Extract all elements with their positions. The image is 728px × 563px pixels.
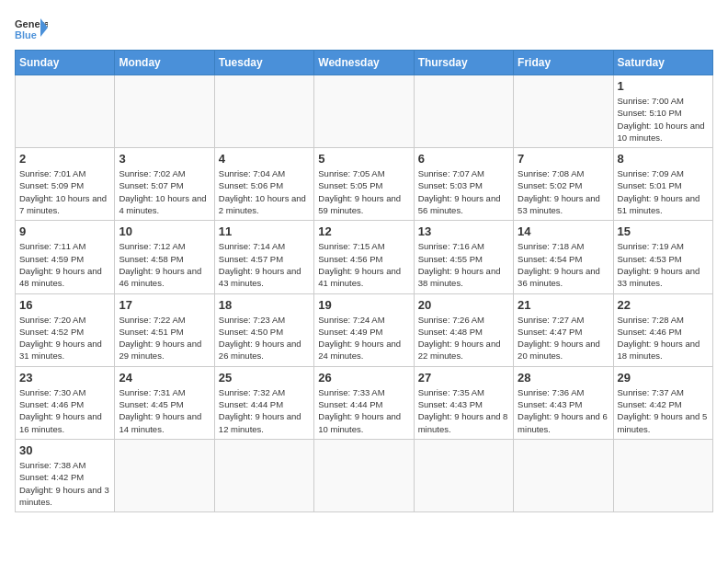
calendar-cell: 23Sunrise: 7:30 AMSunset: 4:46 PMDayligh… (16, 366, 115, 439)
day-info: Sunrise: 7:02 AMSunset: 5:07 PMDaylight:… (119, 167, 210, 216)
day-number: 27 (418, 371, 509, 385)
day-number: 13 (418, 224, 509, 238)
day-info: Sunrise: 7:36 AMSunset: 4:43 PMDaylight:… (518, 386, 609, 435)
calendar-cell (314, 75, 414, 148)
calendar-cell (514, 75, 613, 148)
day-number: 1 (618, 79, 709, 93)
day-number: 5 (318, 152, 409, 166)
calendar-cell: 12Sunrise: 7:15 AMSunset: 4:56 PMDayligh… (314, 221, 414, 293)
col-wednesday: Wednesday (314, 51, 414, 75)
day-info: Sunrise: 7:19 AMSunset: 4:53 PMDaylight:… (618, 240, 709, 289)
day-info: Sunrise: 7:18 AMSunset: 4:54 PMDaylight:… (518, 240, 609, 289)
calendar-cell: 6Sunrise: 7:07 AMSunset: 5:03 PMDaylight… (414, 148, 513, 221)
day-number: 30 (19, 443, 110, 457)
day-info: Sunrise: 7:15 AMSunset: 4:56 PMDaylight:… (318, 240, 409, 289)
day-number: 2 (19, 152, 110, 166)
day-number: 8 (618, 152, 709, 166)
calendar-cell (613, 439, 712, 511)
day-number: 9 (19, 224, 110, 238)
day-info: Sunrise: 7:26 AMSunset: 4:48 PMDaylight:… (418, 314, 509, 362)
calendar-cell: 1Sunrise: 7:00 AMSunset: 5:10 PMDaylight… (613, 75, 712, 148)
col-monday: Monday (115, 51, 214, 75)
day-number: 4 (219, 152, 310, 166)
col-thursday: Thursday (414, 51, 513, 75)
calendar-week-row: 1Sunrise: 7:00 AMSunset: 5:10 PMDaylight… (16, 75, 713, 148)
calendar-table: Sunday Monday Tuesday Wednesday Thursday… (15, 50, 713, 512)
calendar-cell (214, 439, 313, 511)
calendar-cell (414, 75, 513, 148)
day-info: Sunrise: 7:23 AMSunset: 4:50 PMDaylight:… (219, 314, 310, 362)
calendar-cell: 25Sunrise: 7:32 AMSunset: 4:44 PMDayligh… (214, 366, 313, 439)
day-info: Sunrise: 7:01 AMSunset: 5:09 PMDaylight:… (19, 167, 110, 216)
day-info: Sunrise: 7:16 AMSunset: 4:55 PMDaylight:… (418, 240, 509, 289)
day-info: Sunrise: 7:33 AMSunset: 4:44 PMDaylight:… (318, 386, 409, 435)
calendar-cell: 24Sunrise: 7:31 AMSunset: 4:45 PMDayligh… (115, 366, 214, 439)
day-number: 28 (518, 371, 609, 385)
day-number: 26 (318, 371, 409, 385)
calendar-cell: 3Sunrise: 7:02 AMSunset: 5:07 PMDaylight… (115, 148, 214, 221)
svg-text:Blue: Blue (15, 29, 37, 40)
calendar-cell: 15Sunrise: 7:19 AMSunset: 4:53 PMDayligh… (613, 221, 712, 293)
calendar-cell: 14Sunrise: 7:18 AMSunset: 4:54 PMDayligh… (514, 221, 613, 293)
calendar-cell: 10Sunrise: 7:12 AMSunset: 4:58 PMDayligh… (115, 221, 214, 293)
calendar-cell: 22Sunrise: 7:28 AMSunset: 4:46 PMDayligh… (613, 293, 712, 366)
day-info: Sunrise: 7:27 AMSunset: 4:47 PMDaylight:… (518, 314, 609, 362)
day-info: Sunrise: 7:38 AMSunset: 4:42 PMDaylight:… (19, 459, 110, 508)
day-number: 7 (518, 152, 609, 166)
day-info: Sunrise: 7:22 AMSunset: 4:51 PMDaylight:… (119, 314, 210, 362)
day-number: 11 (219, 224, 310, 238)
calendar-cell (16, 75, 115, 148)
day-info: Sunrise: 7:28 AMSunset: 4:46 PMDaylight:… (618, 314, 709, 362)
col-tuesday: Tuesday (214, 51, 313, 75)
calendar-cell: 19Sunrise: 7:24 AMSunset: 4:49 PMDayligh… (314, 293, 414, 366)
page-header: General Blue (15, 15, 713, 40)
calendar-cell: 20Sunrise: 7:26 AMSunset: 4:48 PMDayligh… (414, 293, 513, 366)
day-info: Sunrise: 7:14 AMSunset: 4:57 PMDaylight:… (219, 240, 310, 289)
day-info: Sunrise: 7:04 AMSunset: 5:06 PMDaylight:… (219, 167, 310, 216)
calendar-cell: 21Sunrise: 7:27 AMSunset: 4:47 PMDayligh… (514, 293, 613, 366)
day-info: Sunrise: 7:05 AMSunset: 5:05 PMDaylight:… (318, 167, 409, 216)
calendar-week-row: 30Sunrise: 7:38 AMSunset: 4:42 PMDayligh… (16, 439, 713, 511)
day-info: Sunrise: 7:12 AMSunset: 4:58 PMDaylight:… (119, 240, 210, 289)
calendar-cell: 7Sunrise: 7:08 AMSunset: 5:02 PMDaylight… (514, 148, 613, 221)
logo-icon: General Blue (15, 15, 48, 40)
logo: General Blue (15, 15, 48, 40)
day-number: 12 (318, 224, 409, 238)
calendar-cell: 5Sunrise: 7:05 AMSunset: 5:05 PMDaylight… (314, 148, 414, 221)
calendar-cell: 8Sunrise: 7:09 AMSunset: 5:01 PMDaylight… (613, 148, 712, 221)
day-info: Sunrise: 7:09 AMSunset: 5:01 PMDaylight:… (618, 167, 709, 216)
col-saturday: Saturday (613, 51, 712, 75)
calendar-cell: 27Sunrise: 7:35 AMSunset: 4:43 PMDayligh… (414, 366, 513, 439)
day-info: Sunrise: 7:11 AMSunset: 4:59 PMDaylight:… (19, 240, 110, 289)
day-number: 21 (518, 298, 609, 312)
day-number: 20 (418, 298, 509, 312)
day-number: 19 (318, 298, 409, 312)
day-number: 6 (418, 152, 509, 166)
day-number: 29 (618, 371, 709, 385)
calendar-cell: 17Sunrise: 7:22 AMSunset: 4:51 PMDayligh… (115, 293, 214, 366)
calendar-week-row: 23Sunrise: 7:30 AMSunset: 4:46 PMDayligh… (16, 366, 713, 439)
calendar-cell: 29Sunrise: 7:37 AMSunset: 4:42 PMDayligh… (613, 366, 712, 439)
calendar-cell: 26Sunrise: 7:33 AMSunset: 4:44 PMDayligh… (314, 366, 414, 439)
day-number: 10 (119, 224, 210, 238)
day-info: Sunrise: 7:07 AMSunset: 5:03 PMDaylight:… (418, 167, 509, 216)
day-number: 24 (119, 371, 210, 385)
calendar-week-row: 2Sunrise: 7:01 AMSunset: 5:09 PMDaylight… (16, 148, 713, 221)
calendar-header-row: Sunday Monday Tuesday Wednesday Thursday… (16, 51, 713, 75)
day-info: Sunrise: 7:24 AMSunset: 4:49 PMDaylight:… (318, 314, 409, 362)
col-friday: Friday (514, 51, 613, 75)
day-number: 14 (518, 224, 609, 238)
calendar-cell: 16Sunrise: 7:20 AMSunset: 4:52 PMDayligh… (16, 293, 115, 366)
day-number: 3 (119, 152, 210, 166)
day-info: Sunrise: 7:35 AMSunset: 4:43 PMDaylight:… (418, 386, 509, 435)
day-info: Sunrise: 7:20 AMSunset: 4:52 PMDaylight:… (19, 314, 110, 362)
calendar-cell: 11Sunrise: 7:14 AMSunset: 4:57 PMDayligh… (214, 221, 313, 293)
day-info: Sunrise: 7:32 AMSunset: 4:44 PMDaylight:… (219, 386, 310, 435)
calendar-cell: 2Sunrise: 7:01 AMSunset: 5:09 PMDaylight… (16, 148, 115, 221)
calendar-cell: 28Sunrise: 7:36 AMSunset: 4:43 PMDayligh… (514, 366, 613, 439)
day-info: Sunrise: 7:37 AMSunset: 4:42 PMDaylight:… (618, 386, 709, 435)
day-number: 18 (219, 298, 310, 312)
day-number: 15 (618, 224, 709, 238)
day-info: Sunrise: 7:08 AMSunset: 5:02 PMDaylight:… (518, 167, 609, 216)
calendar-cell (514, 439, 613, 511)
